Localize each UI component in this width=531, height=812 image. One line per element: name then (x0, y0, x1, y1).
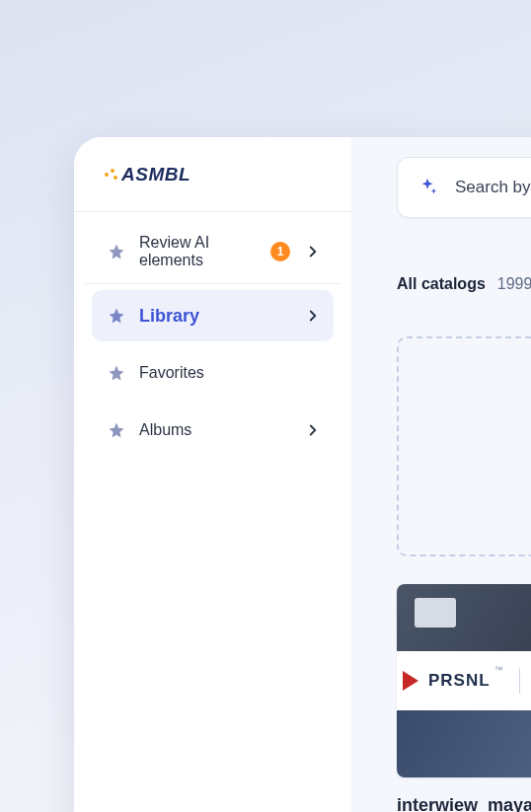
nav-label: Favorites (139, 364, 322, 382)
star-icon (108, 364, 125, 382)
sidebar-nav: Review AI elements 1 Library (74, 212, 351, 470)
thumb-brand-strip: PRSNL ™ (397, 653, 531, 708)
chevron-right-icon (304, 421, 322, 439)
search-bar[interactable]: Search by At (397, 157, 531, 218)
star-icon (108, 243, 125, 260)
trademark-icon: ™ (494, 665, 503, 675)
svg-point-2 (114, 176, 117, 180)
star-icon (108, 421, 125, 439)
sparkle-icon (417, 177, 439, 198)
nav-badge: 1 (270, 242, 290, 261)
asset-thumbnail: PRSNL ™ (397, 584, 531, 777)
upload-dropzone[interactable]: Upload a or drag & drop file (200 files (397, 336, 531, 556)
chevron-right-icon (304, 243, 322, 260)
logo-area: ASMBL (74, 137, 351, 212)
svg-point-1 (111, 169, 114, 173)
logo-mark-icon (104, 167, 119, 183)
divider (84, 283, 341, 284)
main-content: Search by At All catalogs 1999 ass Uploa… (351, 137, 531, 812)
sidebar-item-albums[interactable]: Albums (92, 405, 334, 456)
nav-label: Albums (139, 421, 290, 439)
app-window: ASMBL Review AI elements 1 Library (74, 137, 531, 812)
thumb-tile (397, 710, 531, 777)
asset-card[interactable]: PRSNL ™ interwiew_maya PPTX (397, 584, 531, 812)
search-prompt: Search by At (455, 178, 531, 197)
thumb-tile (397, 584, 531, 651)
asset-filename: interwiew_maya (397, 795, 531, 812)
brand-name: ASMBL (121, 164, 190, 185)
catalog-count: 1999 ass (497, 275, 531, 293)
nav-label: Review AI elements (139, 234, 257, 269)
sidebar-item-library[interactable]: Library (92, 290, 334, 341)
divider (519, 668, 520, 694)
svg-point-0 (105, 173, 109, 177)
nav-label: Library (139, 306, 290, 327)
star-icon (108, 307, 125, 325)
catalog-all-label: All catalogs (397, 275, 486, 293)
chevron-right-icon (304, 307, 322, 325)
sidebar-item-review-ai[interactable]: Review AI elements 1 (92, 226, 334, 277)
search-prefix: Search by (455, 178, 531, 196)
catalog-summary: All catalogs 1999 ass (397, 275, 531, 293)
thumb-brand-text: PRSNL (428, 671, 491, 691)
brand-logo: ASMBL (104, 164, 190, 185)
play-icon (403, 671, 418, 691)
sidebar: ASMBL Review AI elements 1 Library (74, 137, 351, 812)
sidebar-item-favorites[interactable]: Favorites (92, 347, 334, 399)
